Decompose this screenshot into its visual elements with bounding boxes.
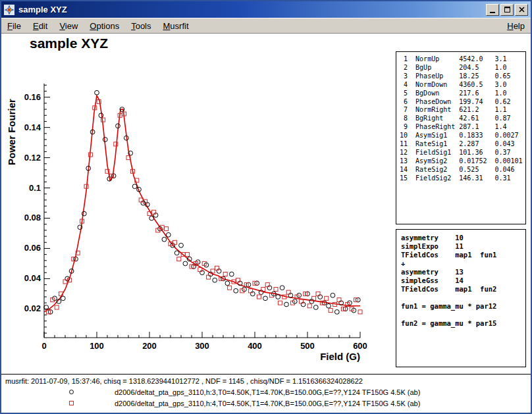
legend-label: d2006/deltat_pta_gps_3110,h:3,T0=4.50K,T… <box>115 388 420 396</box>
data-point-circle <box>331 293 335 298</box>
data-point-circle <box>179 243 184 247</box>
minimize-icon <box>490 12 495 13</box>
titlebar[interactable]: sample XYZ <box>1 1 531 18</box>
param-row: 2 BgUp 204.5 1.0 <box>400 64 525 72</box>
theory-line: asymmetry 13 <box>401 268 525 276</box>
theory-line: asymmetry 10 <box>401 234 525 242</box>
menu-help[interactable]: Help <box>501 19 531 33</box>
data-point-circle <box>327 303 331 308</box>
window-controls <box>486 4 528 16</box>
data-point-square <box>55 305 59 309</box>
theory-line: simplExpo 11 <box>401 242 525 251</box>
data-point-square <box>211 269 215 273</box>
y-tick-label: 0.1 <box>29 183 41 193</box>
y-tick-label: 0.16 <box>24 92 41 102</box>
data-point-square <box>223 272 227 276</box>
theory-line: fun1 = gamma_mu * par12 <box>401 302 525 311</box>
param-row: 6 PhaseDown 199.74 0.62 <box>400 98 525 107</box>
square-marker-icon <box>69 401 74 405</box>
statusbar: musrfit: 2011-07-09, 15:37:46, chisq = 1… <box>1 374 531 413</box>
app-window: sample XYZ File Edit View Options Tools … <box>0 0 532 414</box>
data-point-square <box>299 299 303 303</box>
window-title: sample XYZ <box>18 5 486 14</box>
theory-line <box>401 311 525 319</box>
data-point-square <box>274 288 278 292</box>
param-row: 3 PhaseUp 18.25 0.65 <box>400 72 525 81</box>
data-point-square <box>278 301 282 305</box>
legend: d2006/deltat_pta_gps_3110,h:3,T0=4.50K,T… <box>1 388 531 410</box>
data-point-circle <box>229 272 234 276</box>
data-point-square <box>236 278 240 282</box>
data-point-circle <box>213 278 217 282</box>
param-row: 15 FieldSig2 146.31 0.31 <box>400 174 525 183</box>
minimize-button[interactable] <box>486 4 499 16</box>
data-point-square <box>358 310 362 314</box>
maximize-icon <box>504 7 510 13</box>
x-tick-label: 200 <box>142 341 157 351</box>
theory-line: TFieldCos map1 fun1 <box>401 251 525 259</box>
x-tick-label: 600 <box>353 341 367 351</box>
data-point-circle <box>183 261 188 266</box>
close-icon <box>519 7 525 13</box>
menu-musrfit[interactable]: Musrfit <box>157 19 195 33</box>
y-tick-label: 0.02 <box>24 303 41 313</box>
data-point-square <box>307 304 311 308</box>
circle-marker-icon <box>69 390 74 394</box>
menu-file[interactable]: File <box>1 19 27 33</box>
y-tick-label: 0.06 <box>24 243 41 253</box>
data-point-circle <box>284 302 289 307</box>
data-point-circle <box>334 310 339 315</box>
theory-line: + <box>401 259 525 268</box>
data-point-circle <box>276 295 280 299</box>
param-row: 8 BgRight 42.61 0.87 <box>400 115 525 123</box>
data-point-circle <box>132 184 137 189</box>
data-point-square <box>312 296 316 300</box>
app-icon <box>4 5 14 15</box>
data-point-square <box>249 289 253 293</box>
data-point-circle <box>61 296 65 301</box>
maximize-button[interactable] <box>500 4 514 16</box>
data-point-square <box>286 290 290 294</box>
data-point-square <box>173 240 176 244</box>
plot-canvas[interactable]: 01002003004005006000.020.040.060.080.10.… <box>1 34 396 374</box>
data-point-square <box>316 292 320 296</box>
theory-line: fun2 = gamma_mu * par15 <box>401 319 525 328</box>
data-point-square <box>261 288 265 292</box>
data-point-square <box>325 296 329 300</box>
fit-curve-line <box>44 95 360 312</box>
data-point-circle <box>99 113 103 118</box>
menu-options[interactable]: Options <box>84 19 125 33</box>
theory-box[interactable]: asymmetry 10simplExpo 11TFieldCos map1 f… <box>396 229 526 367</box>
fit-info: musrfit: 2011-07-09, 15:37:46, chisq = 1… <box>5 377 363 385</box>
menubar: File Edit View Options Tools Musrfit Hel… <box>1 18 531 34</box>
data-point-square <box>257 295 261 299</box>
legend-row: d2006/deltat_pta_gps_3110,h:4,T0=4.50K,T… <box>1 399 531 410</box>
data-point-square <box>186 253 190 257</box>
fit-parameters-box[interactable]: 1 NormUp 4542.0 3.1 2 BgUp 204.5 1.0 3 P… <box>396 51 526 224</box>
x-axis-title: Field (G) <box>320 351 360 362</box>
param-row: 4 NormDown 4360.5 3.0 <box>400 81 525 90</box>
param-row: 5 BgDown 217.6 1.0 <box>400 90 525 98</box>
param-row: 10 AsymSig1 0.1833 0.0027 <box>400 132 525 140</box>
data-point-square <box>63 280 67 284</box>
x-tick-label: 100 <box>90 341 104 351</box>
data-point-square <box>215 266 219 270</box>
data-point-square <box>329 309 332 313</box>
menu-view[interactable]: View <box>53 19 84 33</box>
param-row: 11 RateSig1 2.287 0.043 <box>400 140 525 149</box>
theory-line: TFieldCos map1 fun2 <box>401 285 525 294</box>
data-point-square <box>151 210 155 214</box>
root-logo-icon <box>4 5 14 15</box>
param-row: 14 RateSig2 0.525 0.046 <box>400 166 525 174</box>
data-point-circle <box>263 296 268 301</box>
data-point-circle <box>166 232 171 237</box>
data-point-circle <box>162 237 167 242</box>
x-tick-label: 300 <box>195 341 209 351</box>
theory-line: simpleGss 14 <box>401 276 525 285</box>
param-row: 1 NormUp 4542.0 3.1 <box>400 55 525 64</box>
menu-tools[interactable]: Tools <box>125 19 157 33</box>
menu-edit[interactable]: Edit <box>27 19 53 33</box>
data-point-circle <box>149 216 154 220</box>
y-tick-label: 0.14 <box>24 122 41 132</box>
close-button[interactable] <box>515 4 528 16</box>
